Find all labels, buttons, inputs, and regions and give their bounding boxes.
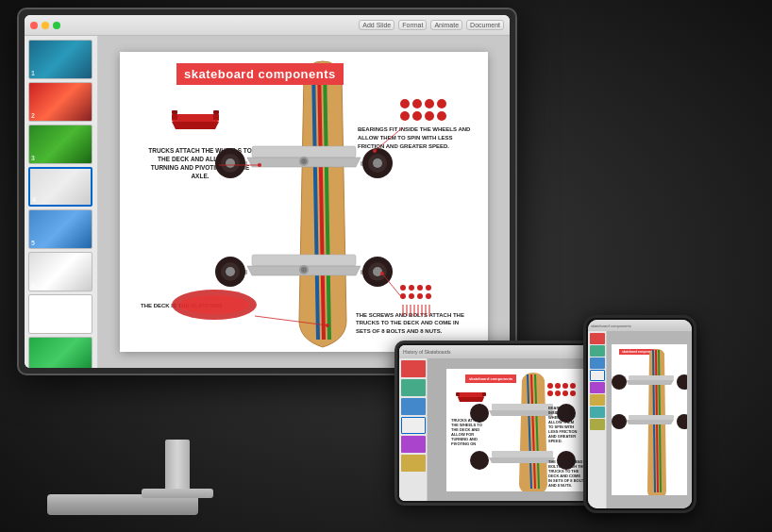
svg-point-41 [417,293,423,299]
monitor-stand-neck [165,440,190,496]
minimize-button[interactable] [42,22,49,29]
svg-rect-76 [456,392,460,396]
phone-slide: skateboard components [612,344,687,495]
svg-point-40 [409,293,414,299]
tablet-thumb-6[interactable] [401,455,426,472]
slide-thumb-8[interactable]: 8 [28,337,92,368]
slide-canvas: skateboard components [98,36,510,368]
phone-thumb-2[interactable] [590,345,605,357]
svg-point-31 [400,111,410,121]
phone-thumb-6[interactable] [590,394,605,406]
phone-thumb-1[interactable] [590,333,605,344]
svg-point-30 [437,99,446,108]
slide-thumb-2[interactable]: 2 [28,82,92,122]
svg-point-56 [373,149,377,153]
tablet-sidebar[interactable] [399,358,428,501]
svg-rect-98 [629,375,674,380]
svg-point-33 [425,111,434,121]
slide-thumb-4[interactable]: 4 [28,167,92,207]
svg-point-54 [258,163,261,167]
phone-screen: skateboard components skateboard compone… [588,320,692,508]
svg-rect-11 [252,255,356,266]
svg-point-65 [470,451,489,470]
tablet-thumb-3[interactable] [401,398,426,415]
toolbar-animate[interactable]: Animate [430,20,462,30]
svg-point-99 [612,374,627,390]
svg-point-72 [555,391,561,396]
svg-point-103 [677,414,687,429]
svg-point-28 [412,99,422,108]
svg-line-55 [375,127,403,151]
phone-thumb-8[interactable] [590,419,605,430]
svg-point-74 [570,391,576,396]
phone-thumb-4-active[interactable] [590,370,605,381]
svg-point-37 [417,285,423,291]
svg-point-36 [409,285,414,291]
skateboard-svg [120,52,488,352]
tablet-skateboard-mini: TRUCKS ATTACH THE WHEELS TO THE DECK AND… [446,369,597,491]
svg-rect-0 [252,146,356,158]
svg-point-52 [179,295,249,314]
tablet-thumb-5[interactable] [401,436,426,453]
thumb-number-3: 3 [31,155,35,161]
phone-sidebar[interactable] [588,331,607,508]
svg-rect-23 [172,114,177,120]
svg-rect-22 [172,114,219,122]
phone-slide-area: skateboard components [607,331,692,508]
svg-rect-77 [482,392,486,396]
toolbar-format[interactable]: Format [398,20,427,30]
svg-point-8 [373,158,382,168]
svg-rect-64 [492,451,553,457]
phone-device: skateboard components skateboard compone… [583,315,696,513]
tablet-thumb-4-active[interactable] [401,417,426,434]
svg-rect-26 [213,110,219,114]
svg-point-29 [425,99,434,108]
tablet-slide: skateboard components [446,369,597,491]
svg-point-32 [412,111,422,121]
phone-thumb-7[interactable] [590,407,605,418]
slide-main[interactable]: skateboard components [120,52,488,352]
toolbar-add-slide[interactable]: Add Slide [359,20,394,30]
slide-thumb-5[interactable]: 5 [28,209,92,249]
svg-text:PIVOTING ON: PIVOTING ON [451,441,476,446]
svg-point-100 [677,374,687,390]
phone-content: skateboard components [588,331,692,508]
thumb-number-8: 8 [31,367,35,368]
svg-point-27 [400,99,410,108]
app-content: 1 2 3 4 5 6 7 [25,36,510,368]
thumb-number-1: 1 [31,70,35,76]
svg-rect-61 [492,404,553,410]
phone-title: skateboard components [591,324,631,328]
slide-thumb-1[interactable]: 1 [28,40,92,79]
svg-point-34 [437,111,446,121]
slide-panel[interactable]: 1 2 3 4 5 6 7 [25,36,98,368]
svg-point-5 [226,158,235,168]
close-button[interactable] [30,22,38,29]
slide-title: skateboard components [176,63,344,85]
maximize-button[interactable] [53,22,60,29]
svg-rect-25 [172,110,177,114]
monitor-stand-base [142,489,213,498]
svg-text:AND 8 NUTS.: AND 8 NUTS. [548,483,572,488]
svg-rect-101 [629,415,674,420]
tablet-thumb-2[interactable] [401,379,426,396]
thumb-number-2: 2 [31,112,35,119]
phone-thumb-3[interactable] [590,357,605,369]
thumb-number-7: 7 [31,324,35,331]
svg-point-67 [547,383,553,389]
phone-thumb-5[interactable] [590,382,605,393]
tablet-thumb-1[interactable] [401,360,426,377]
toolbar-document[interactable]: Document [466,20,504,30]
svg-text:SPEED.: SPEED. [548,439,562,443]
svg-point-58 [326,324,329,327]
slide-thumb-6[interactable]: 6 [28,252,92,291]
slide-thumb-7[interactable]: 7 [28,294,92,334]
svg-point-60 [380,272,384,275]
app-toolbar: Add Slide Format Animate Document [25,15,510,36]
monitor-screen: Add Slide Format Animate Document 1 2 3 … [25,15,510,368]
svg-point-73 [562,391,568,396]
slide-thumb-3[interactable]: 3 [28,125,92,164]
svg-point-10 [301,158,307,164]
phone-toolbar: skateboard components [588,320,692,331]
svg-point-42 [426,293,431,299]
